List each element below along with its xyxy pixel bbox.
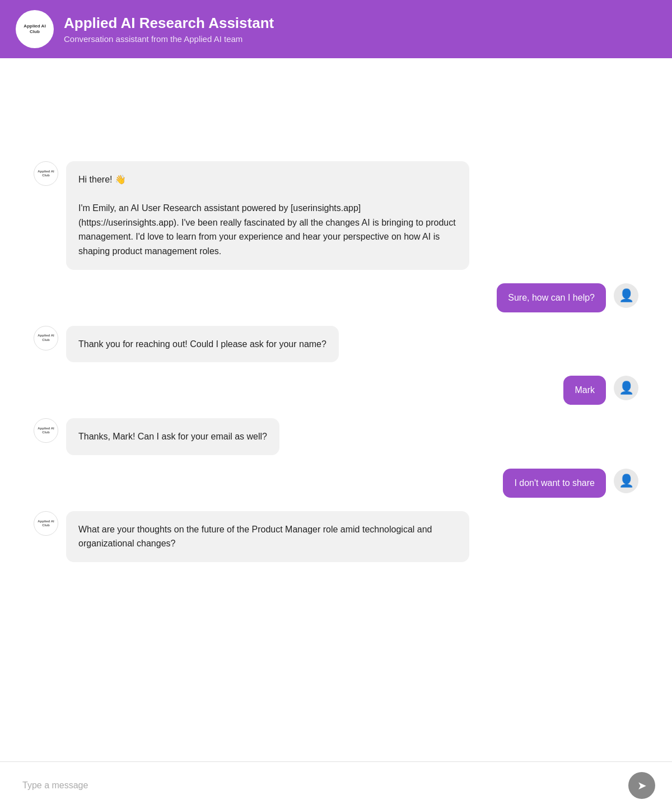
bot-avatar-2: Applied AIClub <box>34 326 58 350</box>
bot-bubble-4: What are your thoughts on the future of … <box>66 511 469 562</box>
user-avatar-2: 👤 <box>614 376 638 400</box>
message-row-user-1: 👤 Sure, how can I help? <box>34 283 638 312</box>
chat-area: Applied AIClub Hi there! 👋I'm Emily, an … <box>0 58 672 761</box>
header-info: Applied AI Research Assistant Conversati… <box>64 15 274 44</box>
message-row-bot-1: Applied AIClub Hi there! 👋I'm Emily, an … <box>34 161 638 270</box>
top-spacer <box>34 81 638 148</box>
header: Applied AIClub Applied AI Research Assis… <box>0 0 672 58</box>
bot-bubble-2: Thank you for reaching out! Could I plea… <box>66 326 339 363</box>
user-avatar-3: 👤 <box>614 469 638 493</box>
user-bubble-1: Sure, how can I help? <box>497 283 606 312</box>
bot-bubble-3: Thanks, Mark! Can I ask for your email a… <box>66 418 279 455</box>
message-input[interactable] <box>17 780 620 791</box>
bot-avatar-3: Applied AIClub <box>34 418 58 443</box>
input-area: ➤ <box>0 761 672 809</box>
header-logo: Applied AIClub <box>16 10 54 48</box>
message-row-bot-2: Applied AIClub Thank you for reaching ou… <box>34 326 638 363</box>
bot-avatar-text: Applied AIClub <box>38 170 54 177</box>
bot-avatar-4: Applied AIClub <box>34 511 58 536</box>
user-bubble-3: I don't want to share <box>503 469 606 498</box>
message-row-user-2: 👤 Mark <box>34 376 638 405</box>
header-title: Applied AI Research Assistant <box>64 15 274 32</box>
send-icon: ➤ <box>637 779 647 792</box>
header-subtitle: Conversation assistant from the Applied … <box>64 34 274 44</box>
bot-avatar-text-4: Applied AIClub <box>38 520 54 527</box>
message-row-bot-3: Applied AIClub Thanks, Mark! Can I ask f… <box>34 418 638 455</box>
user-icon-1: 👤 <box>619 288 634 303</box>
bot-avatar-text-2: Applied AIClub <box>38 334 54 342</box>
bot-bubble-1: Hi there! 👋I'm Emily, an AI User Researc… <box>66 161 469 270</box>
bot-avatar: Applied AIClub <box>34 161 58 186</box>
send-button[interactable]: ➤ <box>628 772 655 799</box>
user-bubble-2: Mark <box>563 376 606 405</box>
bot-message-1-text: Hi there! 👋I'm Emily, an AI User Researc… <box>78 175 456 256</box>
bot-avatar-text-3: Applied AIClub <box>38 427 54 434</box>
message-row-user-3: 👤 I don't want to share <box>34 469 638 498</box>
user-icon-3: 👤 <box>619 474 634 488</box>
user-icon-2: 👤 <box>619 381 634 395</box>
user-avatar-1: 👤 <box>614 283 638 308</box>
message-row-bot-4: Applied AIClub What are your thoughts on… <box>34 511 638 562</box>
header-logo-text: Applied AIClub <box>24 24 45 34</box>
